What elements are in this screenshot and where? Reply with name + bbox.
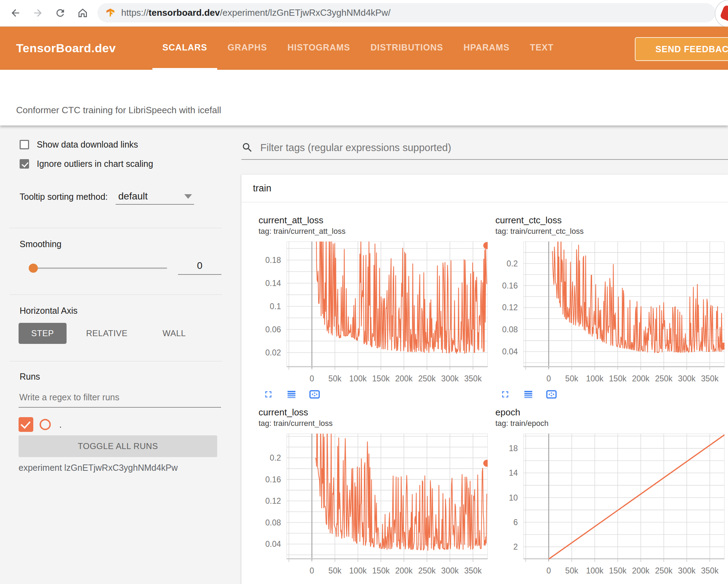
- back-arrow-icon: [10, 7, 21, 19]
- chart-title: current_att_loss: [259, 214, 488, 226]
- tensorboard-favicon: [105, 8, 116, 18]
- smoothing-label: Smoothing: [20, 239, 62, 249]
- tooltip-sorting-label: Tooltip sorting method:: [20, 192, 108, 205]
- axis-tick-label: 100k: [586, 566, 604, 576]
- x-axis-labels: 050k100k150k200k250k300k350k: [523, 563, 724, 577]
- y-axis-labels: 0.040.080.120.160.2: [495, 242, 523, 367]
- axis-tick-label: 0.04: [502, 347, 518, 356]
- expand-chart-button[interactable]: [500, 389, 511, 400]
- log-scale-button[interactable]: [523, 389, 534, 400]
- axis-step-button[interactable]: STEP: [19, 323, 67, 344]
- ignore-outliers-label: Ignore outliers in chart scaling: [37, 159, 153, 169]
- home-button[interactable]: [76, 6, 90, 20]
- experiment-subtitle: Conformer CTC training for LibriSpeech w…: [16, 105, 221, 116]
- tab-scalars[interactable]: SCALARS: [152, 27, 218, 70]
- axis-tick-label: 2: [513, 542, 518, 551]
- slider-track[interactable]: [30, 267, 167, 269]
- axis-tick-label: 0.2: [270, 453, 281, 463]
- y-axis-labels: 0.040.080.120.160.2: [259, 434, 287, 559]
- filter-tags-input[interactable]: [260, 142, 681, 154]
- chart-svg[interactable]: [287, 242, 488, 371]
- chart-svg[interactable]: [523, 434, 724, 563]
- axis-tick-label: 50k: [565, 374, 578, 383]
- runs-filter-input[interactable]: [19, 392, 216, 403]
- fit-domain-button[interactable]: [309, 389, 320, 400]
- y-axis-labels: 0.020.060.10.140.18: [259, 242, 287, 367]
- slider-thumb[interactable]: [29, 264, 38, 273]
- ignore-outliers-checkbox[interactable]: [20, 159, 29, 169]
- smoothing-slider[interactable]: 0: [30, 263, 222, 273]
- tab-hparams[interactable]: HPARAMS: [453, 27, 520, 70]
- run-checkbox[interactable]: [19, 417, 33, 432]
- toggle-all-runs-button[interactable]: TOGGLE ALL RUNS: [19, 435, 217, 457]
- train-group-header[interactable]: train: [241, 175, 728, 202]
- axis-tick-label: 300k: [441, 374, 459, 383]
- tab-histograms[interactable]: HISTOGRAMS: [277, 27, 360, 70]
- axis-relative-button[interactable]: RELATIVE: [76, 323, 138, 344]
- runs-label: Runs: [20, 372, 40, 382]
- tab-distributions[interactable]: DISTRIBUTIONS: [360, 27, 453, 70]
- tab-text[interactable]: TEXT: [520, 27, 564, 70]
- tooltip-sorting-select[interactable]: default: [116, 191, 194, 205]
- axis-wall-button[interactable]: WALL: [152, 323, 196, 344]
- chart-svg[interactable]: [523, 242, 724, 371]
- main-panel: train current_att_loss tag: train/curren…: [241, 125, 728, 584]
- chart-svg[interactable]: [287, 434, 488, 563]
- run-row[interactable]: .: [19, 417, 62, 432]
- experiment-subtitle-bar: Conformer CTC training for LibriSpeech w…: [0, 70, 728, 125]
- plot-area[interactable]: 0.040.080.120.160.2: [259, 434, 488, 563]
- plot-area[interactable]: 26101418: [495, 434, 725, 563]
- axis-tick-label: 0.12: [502, 303, 518, 312]
- avatar-badge-icon: [720, 5, 728, 23]
- chart-title: epoch: [495, 406, 725, 418]
- fit-domain-button[interactable]: [546, 389, 557, 400]
- axis-tick-label: 250k: [655, 566, 673, 576]
- axis-tick-label: 300k: [678, 566, 695, 576]
- axis-tick-label: 150k: [609, 566, 626, 576]
- fit-to-data-icon: [546, 389, 557, 400]
- axis-tick-label: 0.02: [265, 348, 281, 357]
- send-feedback-button[interactable]: SEND FEEDBACK: [635, 37, 728, 61]
- axis-tick-label: 100k: [349, 566, 367, 576]
- axis-tick-label: 250k: [418, 566, 436, 576]
- runs-filter-field[interactable]: [19, 392, 221, 408]
- chart-tag: tag: train/epoch: [495, 418, 725, 429]
- x-axis-labels: 050k100k150k200k250k300k350k: [287, 563, 488, 577]
- lines-icon: [523, 389, 534, 400]
- axis-tick-label: 0.1: [270, 301, 281, 311]
- axis-tick-label: 18: [509, 444, 518, 453]
- smoothing-value[interactable]: 0: [178, 260, 221, 275]
- chart-tag: tag: train/current_loss: [259, 418, 488, 429]
- axis-tick-label: 300k: [441, 566, 459, 576]
- avatar[interactable]: [715, 0, 728, 28]
- axis-tick-label: 0.12: [265, 496, 281, 506]
- forward-button[interactable]: [31, 6, 45, 20]
- show-download-links-checkbox[interactable]: [20, 140, 29, 149]
- chart-current-att-loss: current_att_loss tag: train/current_att_…: [259, 214, 488, 401]
- address-bar[interactable]: https://tensorboard.dev/experiment/lzGnE…: [97, 3, 715, 22]
- axis-tick-label: 0.06: [265, 325, 281, 334]
- axis-tick-label: 0: [310, 374, 314, 383]
- reload-button[interactable]: [53, 6, 67, 20]
- plot-area[interactable]: 0.020.060.10.140.18: [259, 242, 488, 371]
- axis-tick-label: 0.14: [265, 278, 281, 288]
- fullscreen-icon: [263, 389, 274, 400]
- lines-icon: [286, 389, 297, 400]
- axis-tick-label: 0.08: [265, 518, 281, 527]
- tab-graphs[interactable]: GRAPHS: [217, 27, 277, 70]
- axis-tick-label: 0.04: [265, 539, 281, 549]
- fit-to-data-icon: [309, 389, 320, 400]
- back-button[interactable]: [8, 6, 22, 20]
- ignore-outliers-row[interactable]: Ignore outliers in chart scaling: [20, 159, 153, 169]
- expand-chart-button[interactable]: [263, 389, 274, 400]
- charts-grid: current_att_loss tag: train/current_att_…: [241, 202, 728, 577]
- chart-tag: tag: train/current_ctc_loss: [495, 226, 725, 237]
- axis-tick-label: 0: [547, 374, 551, 383]
- log-scale-button[interactable]: [286, 389, 297, 400]
- filter-tags-field[interactable]: [241, 136, 728, 160]
- plot-area[interactable]: 0.040.080.120.160.2: [495, 242, 725, 371]
- axis-tick-label: 250k: [655, 374, 673, 383]
- axis-tick-label: 200k: [395, 566, 413, 576]
- axis-tick-label: 350k: [701, 566, 719, 576]
- show-download-links-row[interactable]: Show data download links: [20, 140, 138, 150]
